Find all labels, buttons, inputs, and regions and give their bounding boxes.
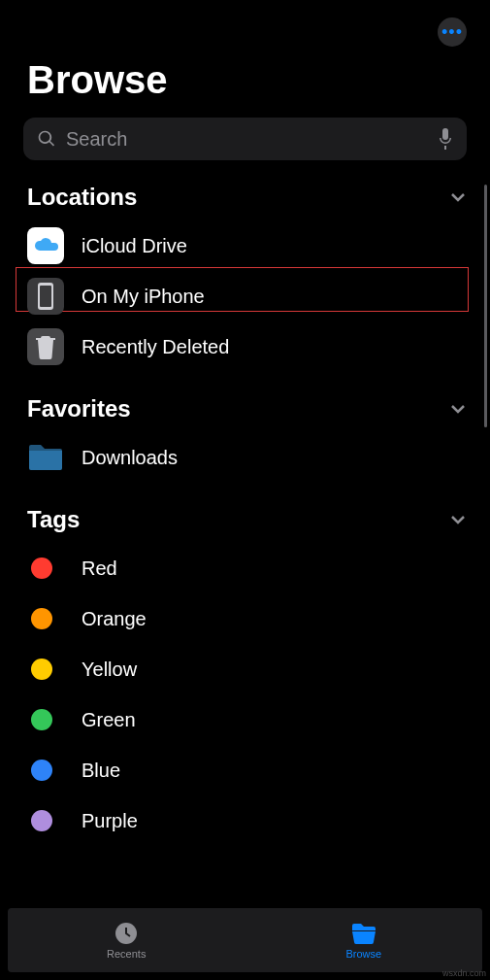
page-title: Browse <box>0 47 490 118</box>
tag-dot-icon <box>31 558 52 579</box>
row-label: Orange <box>82 608 147 630</box>
location-item-recently-deleted[interactable]: Recently Deleted <box>27 321 490 372</box>
clock-icon <box>113 921 140 946</box>
row-label: On My iPhone <box>82 286 205 308</box>
section-title: Locations <box>27 184 137 211</box>
chevron-down-icon <box>449 400 467 418</box>
nav-label: Recents <box>107 948 146 960</box>
tag-item-blue[interactable]: Blue <box>27 745 490 795</box>
svg-rect-2 <box>40 286 51 307</box>
more-button[interactable]: ••• <box>438 17 467 47</box>
svg-rect-0 <box>442 128 448 140</box>
svg-rect-3 <box>42 344 44 355</box>
nav-item-recents[interactable]: Recents <box>8 908 245 972</box>
section-header-locations[interactable]: Locations <box>27 184 490 217</box>
search-icon <box>37 129 56 149</box>
icloud-icon <box>27 227 64 264</box>
tag-item-purple[interactable]: Purple <box>27 795 490 846</box>
section-header-favorites[interactable]: Favorites <box>27 395 490 428</box>
favorites-list: Downloads <box>27 432 490 483</box>
row-label: Downloads <box>82 447 178 469</box>
location-item-icloud-drive[interactable]: iCloud Drive <box>27 220 490 271</box>
tag-item-yellow[interactable]: Yellow <box>27 644 490 694</box>
scrollbar[interactable] <box>484 185 487 427</box>
tag-dot-icon <box>31 760 52 781</box>
row-label: Red <box>82 558 117 580</box>
row-label: Blue <box>82 760 120 782</box>
nav-item-browse[interactable]: Browse <box>245 908 483 972</box>
content-scroll[interactable]: Locations iCloud Drive On My iPhone Rece… <box>0 184 490 906</box>
tag-dot-icon <box>31 709 52 730</box>
tag-item-red[interactable]: Red <box>27 543 490 593</box>
tags-list: Red Orange Yellow Green Blue Purple <box>27 543 490 846</box>
section-header-tags[interactable]: Tags <box>27 506 490 539</box>
row-label: Purple <box>82 810 138 832</box>
phone-icon <box>27 278 64 315</box>
folder-icon <box>27 439 64 476</box>
favorite-item-downloads[interactable]: Downloads <box>27 432 490 483</box>
chevron-down-icon <box>449 511 467 528</box>
tag-item-orange[interactable]: Orange <box>27 593 490 644</box>
tag-dot-icon <box>31 608 52 629</box>
section-title: Favorites <box>27 395 131 422</box>
mic-icon[interactable] <box>438 128 453 150</box>
tag-item-green[interactable]: Green <box>27 694 490 745</box>
row-label: Green <box>82 709 136 731</box>
locations-list: iCloud Drive On My iPhone Recently Delet… <box>27 220 490 372</box>
svg-rect-4 <box>45 344 47 355</box>
search-input[interactable] <box>56 128 438 151</box>
trash-icon <box>27 328 64 365</box>
watermark: wsxdn.com <box>442 968 486 978</box>
row-label: Yellow <box>82 659 137 681</box>
location-item-on-my-iphone[interactable]: On My iPhone <box>27 271 490 321</box>
bottom-nav: Recents Browse <box>8 908 482 972</box>
row-label: Recently Deleted <box>82 336 229 358</box>
tag-dot-icon <box>31 659 52 680</box>
folder-open-icon <box>350 921 377 946</box>
nav-label: Browse <box>345 948 381 960</box>
svg-rect-5 <box>49 344 50 355</box>
search-bar[interactable] <box>23 118 467 160</box>
row-label: iCloud Drive <box>82 235 187 257</box>
section-title: Tags <box>27 506 80 533</box>
tag-dot-icon <box>31 810 52 831</box>
chevron-down-icon <box>449 188 467 206</box>
